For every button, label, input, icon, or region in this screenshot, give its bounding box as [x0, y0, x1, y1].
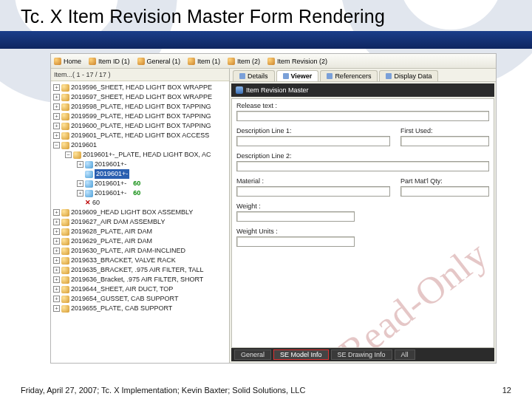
label-firstused: First Used: [400, 127, 489, 134]
folder-icon [61, 238, 69, 245]
part-icon [85, 161, 93, 168]
readonly-watermark: Read-Only [331, 232, 494, 348]
folder-icon [61, 286, 69, 293]
btab-general[interactable]: General [234, 349, 271, 360]
part-icon [85, 180, 93, 188]
page-number: 12 [502, 386, 511, 395]
tree-node[interactable]: +2019633_BRACKET, VALVE RACK [53, 256, 229, 265]
expand-icon[interactable]: + [53, 94, 60, 100]
form-body: Release text : Description Line 1: First… [231, 98, 494, 348]
tab-displaydata[interactable]: Display Data [379, 70, 438, 81]
tree-node[interactable]: +2019596_SHEET, HEAD LIGHT BOX WRAPPE [53, 83, 229, 92]
toolbar-item2[interactable]: Item (2) [228, 58, 260, 65]
collapse-icon[interactable]: − [53, 142, 60, 149]
tree-node-open[interactable]: −2019601 [53, 140, 229, 150]
rev-icon [73, 151, 81, 159]
tree-node[interactable]: +2019597_SHEET, HEAD LIGHT BOX WRAPPE [53, 92, 229, 102]
label-material: Material : [236, 177, 390, 185]
expand-icon[interactable]: + [53, 276, 60, 283]
item-icon [188, 58, 195, 65]
home-icon [54, 58, 61, 65]
expand-icon[interactable]: + [77, 161, 83, 168]
tree-child[interactable]: +2019601+- 60 [77, 179, 229, 188]
tree-node[interactable]: +2019635_BRACKET, .975 AIR FILTER, TALL [53, 265, 229, 275]
expand-icon[interactable]: + [53, 296, 60, 302]
toolbar-itemrev2[interactable]: Item Revision (2) [267, 58, 327, 65]
tree-node[interactable]: +2019630_PLATE, AIR DAM-INCLINED [53, 246, 229, 256]
folder-icon [61, 94, 69, 101]
tree-node[interactable]: +2019598_PLATE, HEAD LIGHT BOX TAPPING [53, 102, 229, 112]
folder-icon [61, 228, 69, 236]
tree-rev-open[interactable]: −2019601+-_PLATE, HEAD LIGHT BOX, AC [65, 150, 229, 160]
view-tabs: Details Viewer Referencers Display Data [230, 69, 496, 82]
x-icon: ✕ [85, 198, 91, 208]
tree-node[interactable]: +2019599_PLATE, HEAD LIGHT BOX TAPPING [53, 112, 229, 121]
bottom-tabs: General SE Model Info SE Drawing Info Al… [231, 348, 494, 361]
expand-icon[interactable]: + [53, 113, 60, 120]
expand-icon[interactable]: + [53, 228, 60, 235]
btab-semodel[interactable]: SE Model Info [273, 349, 329, 360]
toolbar-general1[interactable]: General (1) [137, 58, 181, 65]
folder-icon [61, 132, 69, 140]
input-release[interactable] [236, 111, 489, 121]
tree-child-selected[interactable]: 2019601+- [77, 169, 229, 179]
expand-icon[interactable]: + [53, 209, 60, 216]
details-icon [239, 73, 245, 79]
tree-node[interactable]: +2019636_Bracket, .975 AIR FILTER, SHORT [53, 275, 229, 284]
input-material[interactable] [236, 186, 390, 197]
form-panel: Details Viewer Referencers Display Data … [230, 69, 496, 363]
tree-header: Item...( 1 - 17 / 17 ) [51, 69, 229, 81]
tree-child[interactable]: +2019601+- [77, 160, 229, 169]
expand-icon[interactable]: + [53, 257, 60, 264]
expand-icon[interactable]: + [77, 180, 83, 187]
btab-all[interactable]: All [395, 349, 415, 360]
tab-referencers[interactable]: Referencers [320, 70, 378, 81]
folder-icon [61, 84, 69, 92]
item-tree[interactable]: +2019596_SHEET, HEAD LIGHT BOX WRAPPE+20… [51, 81, 229, 363]
input-firstused[interactable] [400, 136, 489, 146]
tree-child[interactable]: +2019601+- 60 [77, 188, 229, 198]
input-weight[interactable] [236, 211, 355, 222]
rev-icon [267, 58, 275, 65]
tree-node[interactable]: +2019654_GUSSET, CAB SUPPORT [53, 294, 229, 304]
tree-node[interactable]: +2019655_PLATE, CAB SUPPORT [53, 304, 229, 313]
tree-node[interactable]: +2019644_SHEET, AIR DUCT, TOP [53, 284, 229, 294]
tab-viewer[interactable]: Viewer [276, 70, 319, 81]
expand-icon[interactable]: + [53, 103, 60, 110]
expand-icon[interactable]: + [53, 267, 60, 273]
toolbar-item1[interactable]: Item (1) [188, 58, 220, 65]
expand-icon[interactable]: + [53, 238, 60, 245]
tree-node[interactable]: +2019627_AIR DAM ASSEMBLY [53, 217, 229, 227]
expand-icon[interactable]: + [77, 190, 83, 197]
expand-icon[interactable]: + [53, 305, 60, 312]
input-partqty[interactable] [400, 186, 489, 197]
label-partqty: Part Mat'l Qty: [400, 177, 489, 185]
expand-icon[interactable]: + [53, 84, 60, 91]
folder-icon [61, 305, 69, 313]
input-wunits[interactable] [236, 236, 355, 247]
slide-footer: Friday, April 27, 2007; Tc. X Implementa… [21, 386, 511, 395]
expand-icon[interactable]: + [53, 123, 60, 129]
toolbar-itemid1[interactable]: Item ID (1) [89, 58, 130, 65]
input-desc2[interactable] [236, 161, 489, 171]
tree-child-x[interactable]: ✕60 [77, 198, 229, 208]
tree-panel: Item...( 1 - 17 / 17 ) +2019596_SHEET, H… [51, 69, 230, 363]
tab-details[interactable]: Details [233, 70, 275, 81]
slide-band [0, 31, 532, 49]
tree-node[interactable]: +2019628_PLATE, AIR DAM [53, 227, 229, 236]
input-desc1[interactable] [236, 136, 390, 146]
collapse-icon[interactable]: − [65, 151, 72, 158]
btab-sedrawing[interactable]: SE Drawing Info [331, 349, 392, 360]
tree-node[interactable]: +2019601_PLATE, HEAD LIGHT BOX ACCESS [53, 131, 229, 140]
expand-icon[interactable]: + [53, 286, 60, 293]
tree-node[interactable]: +2019600_PLATE, HEAD LIGHT BOX TAPPING [53, 121, 229, 131]
expand-icon[interactable]: + [53, 248, 60, 254]
toolbar-home[interactable]: Home [54, 58, 81, 65]
expand-icon[interactable]: + [53, 219, 60, 225]
tree-node[interactable]: +2019629_PLATE, AIR DAM [53, 236, 229, 246]
item-icon [228, 58, 235, 65]
expand-icon[interactable]: + [53, 132, 60, 139]
tree-node[interactable]: +2019609_HEAD LIGHT BOX ASSEMBLY [53, 208, 229, 217]
folder-icon [61, 209, 69, 216]
folder-icon [61, 123, 69, 130]
